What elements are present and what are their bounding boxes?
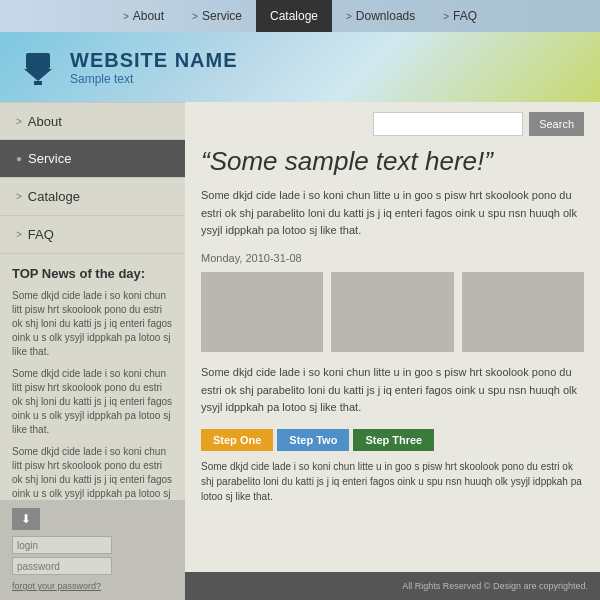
step-one-button[interactable]: Step One: [201, 429, 273, 451]
sidebar-item-faq[interactable]: > FAQ: [0, 216, 185, 254]
forgot-password-link[interactable]: forgot your password?: [12, 581, 101, 591]
copyright-text: All Rights Reserved © Design are copyrig…: [402, 581, 588, 591]
main-paragraph: Some dkjd cide lade i so koni chun litte…: [201, 187, 584, 240]
search-bar: Search: [201, 112, 584, 136]
down-arrow-button[interactable]: ⬇: [12, 508, 40, 530]
thumbnail-row: [201, 272, 584, 352]
news-heading: TOP News of the day:: [12, 266, 173, 281]
sidebar-cataloge-arrow: >: [16, 191, 22, 202]
sidebar-service-arrow: ●: [16, 153, 22, 164]
thumbnail-1: [201, 272, 323, 352]
sidebar-cataloge-label: Cataloge: [28, 189, 80, 204]
thumbnail-2: [331, 272, 453, 352]
nav-about-arrow: >: [123, 11, 129, 22]
nav-cataloge[interactable]: Cataloge: [256, 0, 332, 32]
nav-service-label: Service: [202, 9, 242, 23]
nav-about-label: About: [133, 9, 164, 23]
site-name: WEBSITE NAME: [70, 49, 238, 72]
login-input[interactable]: [12, 536, 112, 554]
steps-row: Step One Step Two Step Three: [201, 429, 584, 451]
svg-rect-0: [26, 53, 50, 69]
news-para-1: Some dkjd cide lade i so koni chun litt …: [12, 289, 173, 359]
sidebar-nav: > About ● Service > Cataloge > FAQ: [0, 102, 185, 254]
top-nav: >About >Service Cataloge >Downloads >FAQ: [0, 0, 600, 32]
sidebar-item-about[interactable]: > About: [0, 102, 185, 140]
step-two-button[interactable]: Step Two: [277, 429, 349, 451]
main-paragraph-2: Some dkjd cide lade i so koni chun litte…: [201, 364, 584, 417]
nav-downloads-arrow: >: [346, 11, 352, 22]
nav-downloads-label: Downloads: [356, 9, 415, 23]
logo-text: WEBSITE NAME Sample text: [70, 49, 238, 86]
steps-paragraph: Some dkjd cide lade i so koni chun litte…: [201, 459, 584, 504]
main-content: Search “Some sample text here!” Some dkj…: [185, 102, 600, 600]
search-button[interactable]: Search: [529, 112, 584, 136]
sidebar-service-label: Service: [28, 151, 71, 166]
nav-faq-label: FAQ: [453, 9, 477, 23]
sidebar-faq-arrow: >: [16, 229, 22, 240]
svg-rect-2: [34, 81, 42, 85]
nav-service[interactable]: >Service: [178, 0, 256, 32]
sidebar-faq-label: FAQ: [28, 227, 54, 242]
nav-about[interactable]: >About: [109, 0, 178, 32]
sidebar-about-arrow: >: [16, 116, 22, 127]
password-input[interactable]: [12, 557, 112, 575]
sample-text: Sample text: [70, 72, 238, 86]
nav-cataloge-label: Cataloge: [270, 9, 318, 23]
nav-faq[interactable]: >FAQ: [429, 0, 491, 32]
header: WEBSITE NAME Sample text: [0, 32, 600, 102]
sidebar-item-service[interactable]: ● Service: [0, 140, 185, 178]
nav-service-arrow: >: [192, 11, 198, 22]
date-label: Monday, 2010-31-08: [201, 252, 584, 264]
sidebar-about-label: About: [28, 114, 62, 129]
svg-marker-1: [24, 69, 52, 81]
main-heading: “Some sample text here!”: [201, 146, 584, 177]
step-three-button[interactable]: Step Three: [353, 429, 434, 451]
bottom-bar: All Rights Reserved © Design are copyrig…: [185, 572, 600, 600]
nav-faq-arrow: >: [443, 11, 449, 22]
news-para-2: Some dkjd cide lade i so koni chun litt …: [12, 367, 173, 437]
sidebar-item-cataloge[interactable]: > Cataloge: [0, 178, 185, 216]
logo-icon: [20, 49, 56, 85]
nav-downloads[interactable]: >Downloads: [332, 0, 429, 32]
thumbnail-3: [462, 272, 584, 352]
sidebar-bottom: ⬇ forgot your password?: [0, 500, 185, 600]
main-wrap: > About ● Service > Cataloge > FAQ TOP N…: [0, 102, 600, 600]
search-input[interactable]: [373, 112, 523, 136]
